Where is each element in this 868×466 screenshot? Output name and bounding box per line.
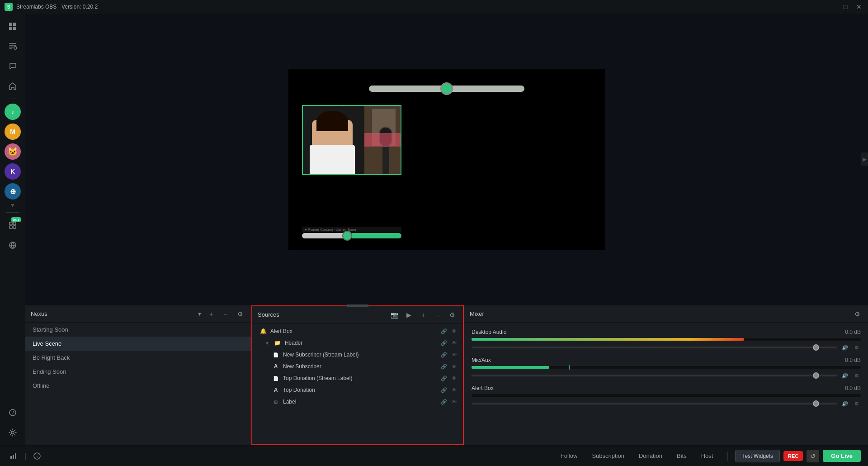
source-item-label-text: Label xyxy=(283,399,437,405)
resize-handle[interactable] xyxy=(346,304,369,307)
stats-button[interactable] xyxy=(7,450,20,462)
source-item-header[interactable]: ▼ 📁 Header 🔗 👁 xyxy=(252,337,463,349)
expand-arrow[interactable]: ▶ xyxy=(861,152,868,166)
label-icon: ⊞ xyxy=(272,398,279,405)
source-label-eye-icon[interactable]: 👁 xyxy=(450,398,458,405)
source-item-label[interactable]: ⊞ Label 🔗 👁 xyxy=(252,396,463,408)
mixer-item-alert-box-header: Alert Box 0.0 dB xyxy=(472,385,861,391)
mixer-item-desktop-audio-header: Desktop Audio 0.0 dB xyxy=(472,329,861,335)
mixer-item-mic-aux: Mic/Aux 0.0 dB xyxy=(464,354,868,382)
minimize-button[interactable]: ─ xyxy=(827,2,836,11)
mixer-settings-button[interactable]: ⚙ xyxy=(852,309,863,319)
editor-nav-icon[interactable] xyxy=(4,37,22,55)
source-item-new-subscriber-label[interactable]: 📄 New Subscriber (Stream Label) 🔗 👁 xyxy=(252,349,463,361)
mixer-alert-box-slider[interactable] xyxy=(472,403,837,404)
mixer-alert-box-controls: 🔊 ⚙ xyxy=(472,399,861,408)
source-header-link-icon[interactable]: 🔗 xyxy=(440,339,448,347)
bits-tab[interactable]: Bits xyxy=(670,450,694,462)
mixer-mic-aux-fill xyxy=(472,366,549,369)
follow-tab[interactable]: Follow xyxy=(553,450,585,462)
mixer-mic-aux-label: Mic/Aux xyxy=(472,357,491,363)
maximize-button[interactable]: □ xyxy=(841,2,850,11)
avatar-m-icon[interactable]: M xyxy=(4,123,22,141)
preview-area: ● Pinned Content · Joined Soon ▶ xyxy=(25,14,868,305)
scenes-dropdown-icon[interactable]: ▼ xyxy=(197,311,202,317)
scenes-add-button[interactable]: + xyxy=(206,309,217,319)
mixer-desktop-audio-gear-icon[interactable]: ⚙ xyxy=(853,343,861,352)
mixer-mic-aux-slider[interactable] xyxy=(472,375,837,376)
sidebar-divider-1 xyxy=(6,99,19,99)
svg-text:?: ? xyxy=(11,410,14,415)
alert-box-icon: 🔔 xyxy=(259,328,267,335)
title-bar-left: S Streamlabs OBS - Version: 0.20.2 xyxy=(5,3,98,11)
mixer-mic-aux-gear-icon[interactable]: ⚙ xyxy=(853,371,861,380)
plugins-nav-icon[interactable]: true xyxy=(4,216,22,234)
scene-item-offline[interactable]: Offline xyxy=(25,379,251,393)
info-button[interactable]: i xyxy=(31,450,43,462)
avatar-k-icon[interactable]: K xyxy=(4,162,22,181)
sources-camera-button[interactable]: 📷 xyxy=(389,309,400,320)
source-top-don-eye-icon[interactable]: 👁 xyxy=(450,375,458,382)
sources-settings-button[interactable]: ⚙ xyxy=(447,309,458,320)
host-tab[interactable]: Host xyxy=(694,450,721,462)
source-item-alert-box-label: Alert Box xyxy=(270,328,437,334)
scene-item-be-right-back[interactable]: Be Right Back xyxy=(25,351,251,365)
mixer-desktop-audio-db: 0.0 dB xyxy=(845,329,861,335)
app-title: Streamlabs OBS - Version: 0.20.2 xyxy=(16,4,98,10)
scene-item-starting-soon[interactable]: Starting Soon xyxy=(25,323,251,337)
source-header-eye-icon[interactable]: 👁 xyxy=(450,339,458,347)
mixer-alert-box-gear-icon[interactable]: ⚙ xyxy=(853,399,861,408)
reset-button[interactable]: ↺ xyxy=(807,450,819,462)
title-bar: S Streamlabs OBS - Version: 0.20.2 ─ □ ✕ xyxy=(0,0,868,14)
svg-rect-6 xyxy=(13,222,16,225)
sources-file-button[interactable]: ▶ xyxy=(403,309,414,320)
source-item-alert-box[interactable]: 🔔 Alert Box 🔗 👁 xyxy=(252,325,463,337)
source-link-icon[interactable]: 🔗 xyxy=(440,328,448,335)
source-item-new-sub-actions: 🔗 👁 xyxy=(440,363,458,370)
avatar-multi-icon[interactable]: ⊕ xyxy=(4,182,22,200)
source-top-don2-eye-icon[interactable]: 👁 xyxy=(450,386,458,394)
close-button[interactable]: ✕ xyxy=(854,2,863,11)
help-nav-icon[interactable]: ? xyxy=(4,404,22,422)
source-new-sub2-eye-icon[interactable]: 👁 xyxy=(450,363,458,370)
source-top-don2-link-icon[interactable]: 🔗 xyxy=(440,386,448,394)
mixer-mic-aux-peak xyxy=(569,365,570,370)
scenes-nav-icon[interactable] xyxy=(4,17,22,35)
scene-item-ending-soon[interactable]: Ending Soon xyxy=(25,365,251,379)
source-label-link-icon[interactable]: 🔗 xyxy=(440,398,448,405)
mixer-desktop-audio-slider[interactable] xyxy=(472,347,837,348)
scenes-settings-button[interactable]: ⚙ xyxy=(235,309,245,319)
avatar-green-icon[interactable]: ♪ xyxy=(4,103,22,121)
settings-nav-icon[interactable] xyxy=(4,423,22,442)
scene-item-live-scene[interactable]: Live Scene xyxy=(25,337,251,351)
source-item-new-sub-label-actions: 🔗 👁 xyxy=(440,351,458,358)
sources-remove-button[interactable]: − xyxy=(432,309,443,320)
mixer-alert-slider-track xyxy=(472,403,837,404)
test-widgets-button[interactable]: Test Widgets xyxy=(735,450,780,462)
sidebar-chevron-icon[interactable]: ▼ xyxy=(10,202,15,209)
scenes-remove-button[interactable]: − xyxy=(220,309,231,319)
chat-nav-icon[interactable] xyxy=(4,57,22,75)
stream-progress-bar xyxy=(302,231,401,241)
mixer-alert-box-mute-button[interactable]: 🔊 xyxy=(841,399,849,408)
mixer-desktop-audio-mute-button[interactable]: 🔊 xyxy=(841,343,849,352)
home-nav-icon[interactable] xyxy=(4,77,22,95)
source-top-don-link-icon[interactable]: 🔗 xyxy=(440,375,448,382)
source-new-sub2-link-icon[interactable]: 🔗 xyxy=(440,363,448,370)
source-eye-icon[interactable]: 👁 xyxy=(450,328,458,335)
avatar-cat-icon[interactable]: 🐱 xyxy=(4,143,22,161)
source-new-sub-link-icon[interactable]: 🔗 xyxy=(440,351,448,358)
donation-tab[interactable]: Donation xyxy=(632,450,670,462)
mixer-mic-aux-mute-button[interactable]: 🔊 xyxy=(841,371,849,380)
mixer-item-alert-box: Alert Box 0.0 dB 🔊 ⚙ xyxy=(464,382,868,410)
mixer-desktop-slider-track xyxy=(472,347,837,348)
subscription-tab[interactable]: Subscription xyxy=(585,450,632,462)
globe-nav-icon[interactable] xyxy=(4,236,22,254)
source-item-new-subscriber[interactable]: A New Subscriber 🔗 👁 xyxy=(252,361,463,372)
source-item-top-donation-label[interactable]: 📄 Top Donation (Stream Label) 🔗 👁 xyxy=(252,372,463,384)
go-live-button[interactable]: Go Live xyxy=(823,450,861,462)
source-new-sub-eye-icon[interactable]: 👁 xyxy=(450,351,458,358)
source-item-top-donation[interactable]: A Top Donation 🔗 👁 xyxy=(252,384,463,396)
rec-button[interactable]: REC xyxy=(783,451,803,461)
sources-add-button[interactable]: + xyxy=(418,309,429,320)
